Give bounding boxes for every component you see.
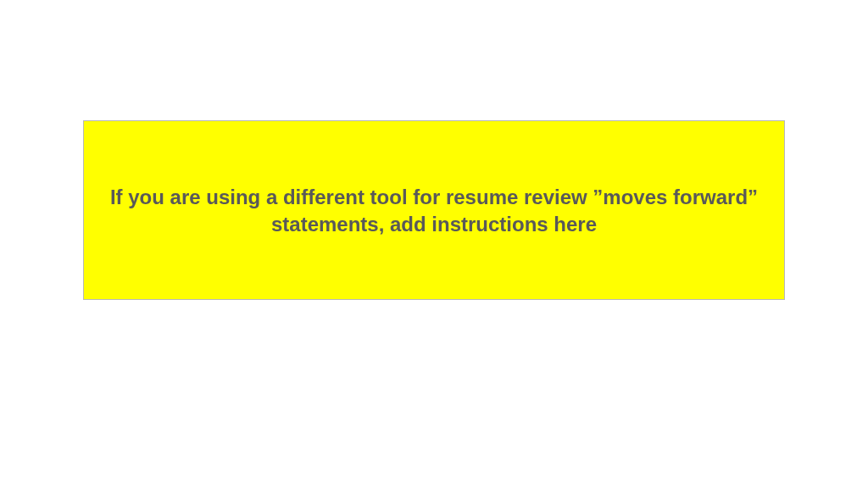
instruction-text: If you are using a different tool for re… [103,184,765,239]
instruction-callout: If you are using a different tool for re… [83,120,785,300]
